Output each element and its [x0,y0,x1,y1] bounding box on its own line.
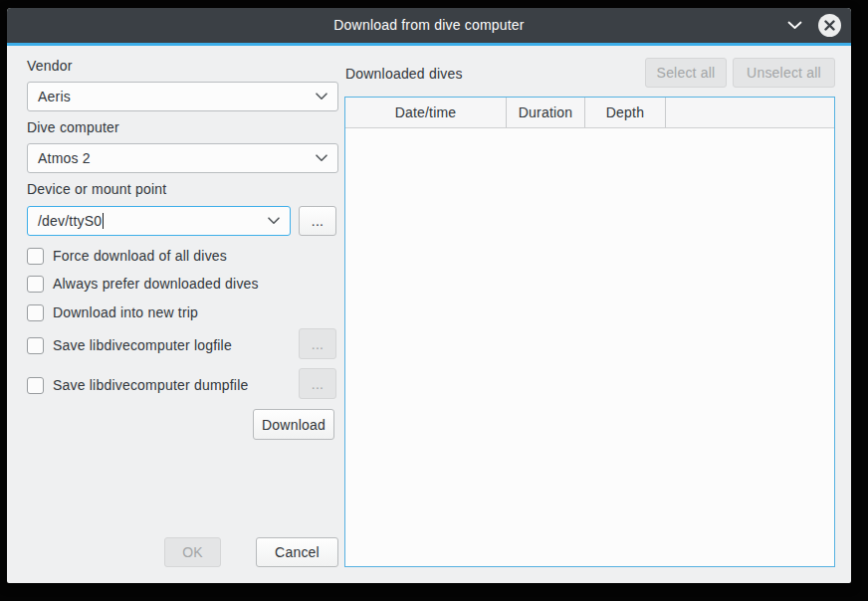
vendor-label: Vendor [27,58,73,74]
downloaded-dives-table[interactable]: Date/time Duration Depth [344,97,835,567]
column-header-depth[interactable]: Depth [585,98,666,127]
cancel-button[interactable]: Cancel [256,537,338,567]
dive-computer-value: Atmos 2 [38,150,316,166]
window-title: Download from dive computer [7,8,851,43]
device-value: /dev/ttyS0 [38,213,102,229]
checkbox-box[interactable] [27,248,44,265]
chevron-down-icon [268,217,280,225]
chevron-down-icon [316,93,327,100]
checkbox-save-logfile[interactable]: Save libdivecomputer logfile [27,336,232,354]
dialog-content: Vendor Aeris Dive computer Atmos 2 Devic… [7,46,851,583]
dive-computer-label: Dive computer [27,119,119,135]
chevron-down-icon [787,21,802,30]
close-button[interactable] [818,14,841,37]
shade-button[interactable] [785,17,803,33]
device-browse-button[interactable]: ... [299,206,336,236]
device-combobox[interactable]: /dev/ttyS0 [27,206,291,236]
table-header-row: Date/time Duration Depth [345,98,834,128]
column-header-duration[interactable]: Duration [507,98,585,127]
checkbox-box[interactable] [27,276,44,293]
checkbox-label: Save libdivecomputer dumpfile [53,377,248,393]
unselect-all-button[interactable]: Unselect all [733,58,835,88]
download-button[interactable]: Download [253,409,334,440]
checkbox-prefer-downloaded[interactable]: Always prefer downloaded dives [27,275,259,293]
checkbox-label: Force download of all dives [53,248,227,264]
select-all-button[interactable]: Select all [645,58,727,88]
checkbox-force-download[interactable]: Force download of all dives [27,247,227,265]
downloaded-dives-label: Downloaded dives [345,66,463,82]
ok-button[interactable]: OK [164,537,221,567]
table-body-empty[interactable] [345,128,834,566]
vendor-dropdown[interactable]: Aeris [27,82,338,111]
device-label: Device or mount point [27,181,166,197]
checkbox-new-trip[interactable]: Download into new trip [27,303,198,321]
download-dialog: Download from dive computer Vendor Aeris… [7,8,851,583]
titlebar[interactable]: Download from dive computer [7,8,851,43]
dumpfile-browse-button[interactable]: ... [299,368,336,399]
chevron-down-icon [316,154,327,162]
text-caret [103,213,104,229]
checkbox-box[interactable] [27,304,44,321]
checkbox-box[interactable] [27,377,44,394]
checkbox-save-dumpfile[interactable]: Save libdivecomputer dumpfile [27,376,248,394]
checkbox-label: Always prefer downloaded dives [53,276,259,292]
column-header-datetime[interactable]: Date/time [345,98,507,127]
checkbox-label: Download into new trip [53,304,198,320]
checkbox-label: Save libdivecomputer logfile [53,337,232,353]
logfile-browse-button[interactable]: ... [299,328,336,359]
close-icon [824,20,835,31]
dive-computer-dropdown[interactable]: Atmos 2 [27,143,338,173]
column-header-empty[interactable] [666,98,834,127]
checkbox-box[interactable] [27,337,44,354]
vendor-value: Aeris [38,89,316,104]
